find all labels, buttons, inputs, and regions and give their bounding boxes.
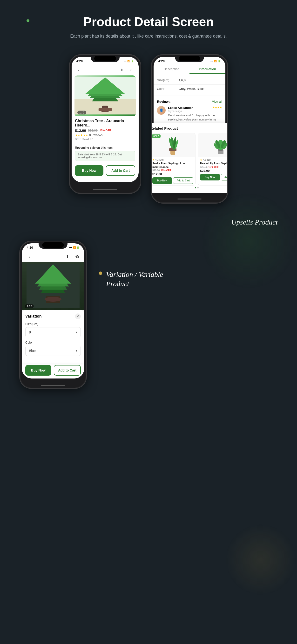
color-select[interactable]: Blue ▾: [25, 346, 81, 356]
size-select-value: 8: [29, 330, 31, 334]
size-select[interactable]: 8 ▾: [25, 327, 81, 337]
product-image: [75, 76, 136, 116]
sale-badge-1: SALE: [152, 134, 161, 138]
phone3-counter: 1 / 2: [25, 304, 34, 308]
add-to-cart-button[interactable]: Add to Cart: [106, 165, 135, 176]
buy-now-button[interactable]: Buy Now: [75, 165, 103, 176]
product2-action-btns: Buy Now Add to Cart: [200, 174, 228, 180]
close-button[interactable]: ✕: [75, 314, 81, 319]
tab-description[interactable]: Description: [154, 64, 189, 74]
product2-current-price: $22.00: [200, 169, 228, 172]
variation-modal: Variation ✕ Size(CM) 8 ▾ Color Blue ▾: [22, 310, 84, 362]
reviews-title: Reviews: [157, 100, 170, 104]
product1-discount: 10% OFF: [161, 169, 171, 172]
product1-orig-price: $20.00: [152, 169, 160, 172]
star-icon-1: ★: [152, 158, 155, 161]
product2-review-count: (10): [207, 158, 211, 161]
phone1-navbar: ‹ ⬆ 🛍: [72, 64, 139, 76]
product1-cart-btn[interactable]: Add to Cart: [173, 177, 193, 184]
product2-img: [198, 133, 228, 157]
color-value: Grey, White, Black: [175, 84, 225, 93]
phone3-back[interactable]: ‹: [26, 253, 33, 260]
phone3-wifi-icon: 📶: [73, 246, 76, 249]
phone1-home-indicator: [70, 187, 141, 192]
phone2-notch: [175, 55, 204, 62]
color-field-label: Color: [25, 341, 81, 344]
phone3-screen: 4:20 ▪▪▪ 📶 🔋 ‹ ⬆ 🛍: [22, 243, 84, 378]
price-row: $12.00 $22.00 10% OFF: [75, 128, 135, 132]
dot-2: [197, 187, 199, 188]
view-all-link[interactable]: View all: [212, 100, 222, 103]
phone2-signal-icon: ▪▪▪: [210, 60, 213, 62]
page-subtitle: Each plant has its details about it , li…: [5, 33, 292, 40]
phone2-wifi-icon: 📶: [214, 60, 217, 62]
phone2-notch-pill: [179, 56, 200, 61]
product-title: Christmas Tree - Araucaria Hetero...: [75, 119, 135, 128]
phone3-share[interactable]: ⬆: [64, 253, 71, 260]
share-button[interactable]: ⬆: [118, 67, 125, 74]
action-buttons: Buy Now Add to Cart: [72, 163, 139, 179]
size-chevron-icon: ▾: [76, 330, 77, 334]
phone3-cart[interactable]: 🛍: [74, 253, 80, 260]
product1-current-price: $12.00: [152, 172, 193, 176]
related-overlay: Related Product View all SALE: [151, 123, 228, 193]
product2-rating-val: 4.3: [203, 158, 206, 161]
divider-1: [72, 144, 139, 144]
related-products-grid: SALE ★: [151, 133, 228, 186]
phone3-action-buttons: Buy Now Add to Cart: [22, 362, 84, 378]
product1-review-count: (10): [159, 158, 164, 161]
rating-row: ★★★★★ 8 Reviews: [75, 134, 135, 137]
product2-rating: ★ 4.3 (10): [200, 158, 228, 161]
product2-discount: 15% OFF: [208, 166, 219, 168]
sale-notice: Upcoming sale on this item Sale start fr…: [72, 146, 139, 163]
product1-buy-btn[interactable]: Buy Now: [152, 177, 172, 184]
phone1-signal: ▪▪▪ 📶 🔋: [124, 60, 134, 62]
home-bar: [93, 189, 117, 190]
variation-label-text: Variation / VariableProduct: [106, 270, 163, 288]
page-header: Product Detail Screen Each plant has its…: [0, 0, 297, 50]
phone3-signal: ▪▪▪ 📶 🔋: [69, 246, 79, 249]
phone2-home-bar: [177, 198, 201, 200]
wifi-icon: 📶: [127, 60, 130, 62]
phone3-battery-icon: 🔋: [76, 246, 79, 249]
variation-section: 4:20 ▪▪▪ 📶 🔋 ‹ ⬆ 🛍: [0, 226, 297, 398]
phone1-notch: [91, 55, 120, 62]
phone-2: 4:20 ▪▪▪ 📶 🔋 Description Information Siz…: [151, 54, 228, 204]
phone3-cart-button[interactable]: Add to Cart: [54, 365, 81, 376]
variation-modal-header: Variation ✕: [25, 314, 81, 319]
product2-cart-btn[interactable]: Add to Cart: [221, 174, 228, 180]
back-button[interactable]: ‹: [76, 67, 82, 74]
review-count: 8 Reviews: [89, 134, 102, 137]
tab-information[interactable]: Information: [189, 64, 225, 74]
color-chevron-icon: ▾: [76, 349, 77, 352]
color-label: Color: [154, 84, 175, 93]
svg-point-28: [45, 297, 62, 302]
product2-buy-btn[interactable]: Buy Now: [200, 174, 220, 180]
color-select-value: Blue: [29, 349, 36, 353]
phone2-battery-icon: 🔋: [218, 60, 221, 62]
product2-price-row: $20.00 15% OFF: [200, 166, 228, 168]
product2-orig-price: $20.00: [200, 166, 208, 168]
phone1-screen: 4:20 ▪▪▪ 📶 🔋 ‹ ⬆ 🛍: [72, 57, 139, 182]
header-dot: [27, 19, 30, 22]
product1-name: Snake Plant Sapling - Low maintenance: [152, 162, 193, 169]
product2-name: Peace Lily Plant Sapling: [200, 162, 228, 165]
variation-label-area: Variation / VariableProduct: [106, 241, 278, 294]
phone3-product-image: 1 / 2: [22, 262, 84, 310]
product1-price-row: $20.00 10% OFF: [152, 169, 193, 172]
phone-1: 4:20 ▪▪▪ 📶 🔋 ‹ ⬆ 🛍: [69, 54, 141, 194]
upsells-label: Upsells Product: [231, 218, 278, 226]
product1-action-btns: Buy Now Add to Cart: [152, 177, 193, 184]
signal-bars-icon: ▪▪▪: [124, 60, 127, 62]
cart-button[interactable]: 🛍: [128, 67, 135, 74]
phones-row-1: 4:20 ▪▪▪ 📶 🔋 ‹ ⬆ 🛍: [0, 50, 297, 208]
product1-info: ★ 4.3 (10) Snake Plant Sapling - Low mai…: [151, 157, 195, 185]
variation-title: Variation: [25, 314, 42, 318]
tab-bar: Description Information: [154, 64, 225, 74]
phone3-buy-button[interactable]: Buy Now: [25, 365, 51, 376]
review-content: Leslie Alexander 3 years ago ★★★★ Good s…: [168, 106, 222, 126]
sku: SKU: 85-WE02: [75, 138, 135, 140]
sale-notice-title: Upcoming sale on this item: [75, 146, 135, 150]
upsells-connector: Upsells Product: [197, 218, 278, 226]
nav-right-icons: ⬆ 🛍: [118, 67, 135, 74]
